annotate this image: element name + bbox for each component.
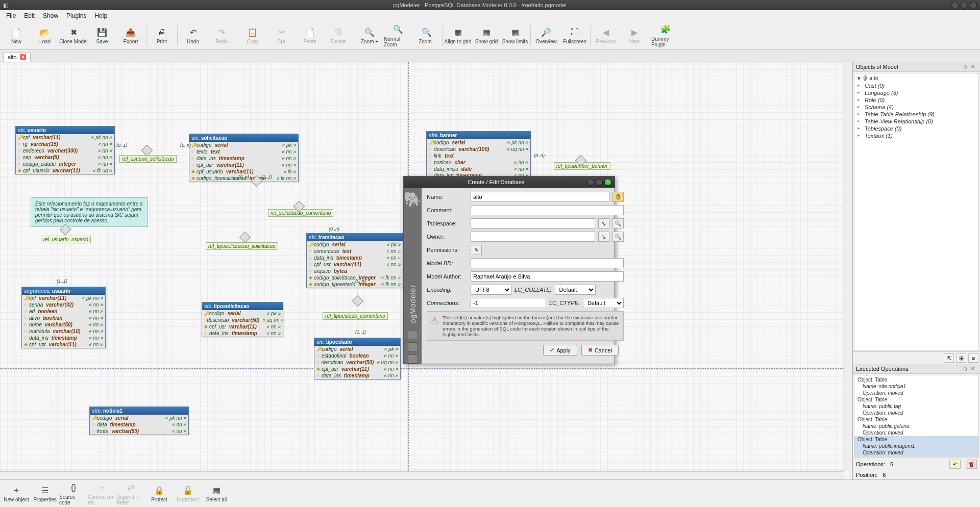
panel-float-icon[interactable]: ◇ bbox=[963, 64, 969, 70]
column-row[interactable]: ○descricaovarchar(100)« uq nn » bbox=[427, 146, 530, 153]
column-row[interactable]: ○senhavarchar(32)« nn » bbox=[22, 301, 105, 308]
load-button[interactable]: 📂Load bbox=[31, 22, 59, 49]
op-item[interactable]: Operation: moved bbox=[854, 449, 978, 456]
column-row[interactable]: ◆codigo_tipoestadointeger« fk nn » bbox=[307, 281, 403, 288]
column-row[interactable]: ○posicaochar« nn » bbox=[427, 159, 530, 166]
column-row[interactable]: ○data_instimestamp« nn » bbox=[202, 330, 283, 337]
op-item[interactable]: Operation: moved bbox=[854, 429, 978, 436]
dummy-plugin-button[interactable]: 🧩Dummy Plugin bbox=[651, 22, 680, 49]
tree-collapse-button[interactable]: ⇱ bbox=[944, 353, 954, 363]
show-grid-button[interactable]: ▦Show grid bbox=[472, 22, 501, 49]
hscrollbar[interactable] bbox=[0, 471, 844, 479]
tree-root[interactable]: ▾ 🛢 alto bbox=[855, 74, 977, 82]
align-to-grid-button[interactable]: ▦Align to grid bbox=[444, 22, 472, 49]
cancel-button[interactable]: ✖Cancel bbox=[581, 345, 619, 356]
tablespace-input[interactable] bbox=[471, 218, 595, 229]
column-row[interactable]: ○descricaovarchar(50)« uq nn » bbox=[202, 317, 283, 323]
panel-close-icon[interactable]: ✕ bbox=[971, 366, 977, 372]
column-row[interactable]: ○nomevarchar(50)« nn » bbox=[22, 321, 105, 328]
textbox-note[interactable]: Este relacionamento faz o mapeamento ent… bbox=[31, 197, 148, 227]
column-row[interactable]: ◆cpf_usrvarchar(11)« nn » bbox=[22, 341, 105, 348]
save-button[interactable]: 💾Save bbox=[88, 22, 116, 49]
ops-clear-button[interactable]: 🗑 bbox=[966, 460, 977, 469]
op-item[interactable]: Operation: moved bbox=[854, 410, 978, 416]
column-row[interactable]: ○linktext bbox=[427, 153, 530, 159]
tree-item[interactable]: Cast (0) bbox=[855, 82, 977, 89]
column-row[interactable]: 🔑codigoserial« pk » bbox=[202, 310, 283, 317]
column-row[interactable]: 🔑cpfvarchar(11)« pk nn » bbox=[22, 295, 105, 301]
table-tiposolicitacao[interactable]: sic.tiposolicitacao🔑codigoserial« pk »○d… bbox=[202, 302, 283, 337]
column-row[interactable]: ○cepvarchar(8)« nn » bbox=[16, 154, 114, 161]
column-row[interactable]: ◆cpf_usrvarchar(11)« nn » bbox=[314, 366, 400, 372]
tree-expand-button[interactable]: ⊞ bbox=[956, 353, 966, 363]
tree-item[interactable]: Textbox (1) bbox=[855, 132, 977, 139]
column-row[interactable]: ○matriculavarchar(10)« nn » bbox=[22, 328, 105, 335]
vscrollbar[interactable] bbox=[844, 62, 852, 471]
op-item[interactable]: Object: Table bbox=[854, 436, 978, 443]
sidebar-icon[interactable] bbox=[408, 354, 418, 364]
column-row[interactable]: ○data_iniciodate« nn » bbox=[427, 166, 530, 172]
op-item[interactable]: Name: public.galeria bbox=[854, 423, 978, 429]
close-tab-icon[interactable]: ✕ bbox=[20, 54, 26, 60]
comment-input[interactable] bbox=[471, 205, 624, 215]
relationship-diamond[interactable] bbox=[239, 232, 251, 243]
menu-help[interactable]: Help bbox=[90, 11, 111, 20]
relationship-label[interactable]: rel_usuario_usuario bbox=[41, 236, 91, 243]
name-input[interactable] bbox=[471, 192, 609, 202]
column-row[interactable]: ○data_instimestamp« nn » bbox=[189, 155, 298, 162]
column-row[interactable]: ○ativoboolean« nn » bbox=[22, 315, 105, 321]
table-tramitacao[interactable]: sic.tramitacao🔑codigoserial« pk »○coment… bbox=[306, 233, 403, 288]
export-button[interactable]: 📤Export bbox=[116, 22, 145, 49]
zoom--button[interactable]: 🔍Zoom - bbox=[412, 22, 441, 49]
pick-icon[interactable]: ↘ bbox=[598, 232, 609, 242]
table-tipoestado[interactable]: sic.tipoestado🔑codigoserial« pk »○estado… bbox=[314, 338, 401, 379]
relationship-label[interactable]: rel_tipoestado_comentario bbox=[323, 312, 388, 320]
relationship-diamond[interactable] bbox=[352, 295, 364, 307]
column-row[interactable]: ○comentariotext« nn » bbox=[307, 248, 403, 255]
tree-item[interactable]: Schema (4) bbox=[855, 104, 977, 111]
menu-file[interactable]: File bbox=[2, 11, 20, 20]
column-row[interactable]: ○fontevarchar(50)« nn » bbox=[90, 428, 188, 435]
properties-button[interactable]: ☰Properties bbox=[31, 480, 59, 508]
column-row[interactable]: 🔑codigoserial« pk » bbox=[307, 241, 403, 248]
new-button[interactable]: 📄New bbox=[2, 22, 31, 49]
zoom--button[interactable]: 🔍Zoom + bbox=[355, 22, 384, 49]
op-item[interactable]: Name: public.imagem1 bbox=[854, 443, 978, 449]
dialog-titlebar[interactable]: Create / Edit:Database bbox=[404, 176, 615, 188]
connections-input[interactable] bbox=[471, 298, 546, 308]
column-row[interactable]: 🔑cpfvarchar(11)« pk nn » bbox=[16, 134, 114, 141]
panel-float-icon[interactable]: ◇ bbox=[963, 366, 969, 372]
tree-item[interactable]: Table-Table Relationship (9) bbox=[855, 111, 977, 118]
objects-tree[interactable]: ▾ 🛢 altoCast (0)Language (3)Role (0)Sche… bbox=[854, 73, 979, 350]
pick-icon[interactable]: ↘ bbox=[598, 218, 609, 229]
op-item[interactable]: Object: Table bbox=[854, 376, 978, 383]
edit-permissions-button[interactable]: ✎ bbox=[471, 245, 482, 255]
column-row[interactable]: ○rgvarchar(15)« nn » bbox=[16, 141, 114, 147]
column-row[interactable]: ◆codigo_solicitacaointeger« fk nn » bbox=[307, 274, 403, 281]
column-row[interactable]: 🔑codigoserial« pk nn » bbox=[427, 139, 530, 146]
fullscreen-button[interactable]: ⛶Fullscreen bbox=[560, 22, 589, 49]
tree-item[interactable]: Table-View Relationship (0) bbox=[855, 118, 977, 125]
relationship-diamond[interactable] bbox=[141, 145, 153, 157]
column-row[interactable]: ○data_instimestamp« nn » bbox=[22, 335, 105, 341]
op-item[interactable]: Name: public.tag bbox=[854, 403, 978, 410]
column-row[interactable]: ○enderecovarchar(300)« nn » bbox=[16, 147, 114, 154]
column-row[interactable]: ○cpf_usrvarchar(11)« nn » bbox=[307, 261, 403, 268]
search-icon[interactable]: 🔍 bbox=[612, 232, 624, 242]
column-row[interactable]: ○descricaovarchar(50)« uq nn » bbox=[314, 359, 400, 366]
close-window-button[interactable] bbox=[970, 2, 977, 9]
sidebar-icon[interactable] bbox=[408, 330, 418, 339]
ops-undo-button[interactable]: ↶ bbox=[949, 460, 961, 469]
minimize-button[interactable] bbox=[951, 2, 959, 9]
menu-show[interactable]: Show bbox=[39, 11, 62, 20]
dialog-close-icon[interactable] bbox=[604, 179, 611, 186]
tree-item[interactable]: Tablespace (0) bbox=[855, 125, 977, 132]
source-code-button[interactable]: {}Source code bbox=[59, 480, 88, 508]
print-button[interactable]: 🖨Print bbox=[148, 22, 176, 49]
op-item[interactable]: Object: Table bbox=[854, 396, 978, 403]
table-noticia1[interactable]: site.noticia1🔑codigoserial« pk nn »○data… bbox=[89, 407, 189, 435]
dialog-maximize-icon[interactable] bbox=[596, 179, 603, 186]
sidebar-icon[interactable] bbox=[408, 342, 418, 351]
menu-edit[interactable]: Edit bbox=[20, 11, 39, 20]
normal-zoom-button[interactable]: 🔍Normal Zoom bbox=[384, 22, 412, 49]
